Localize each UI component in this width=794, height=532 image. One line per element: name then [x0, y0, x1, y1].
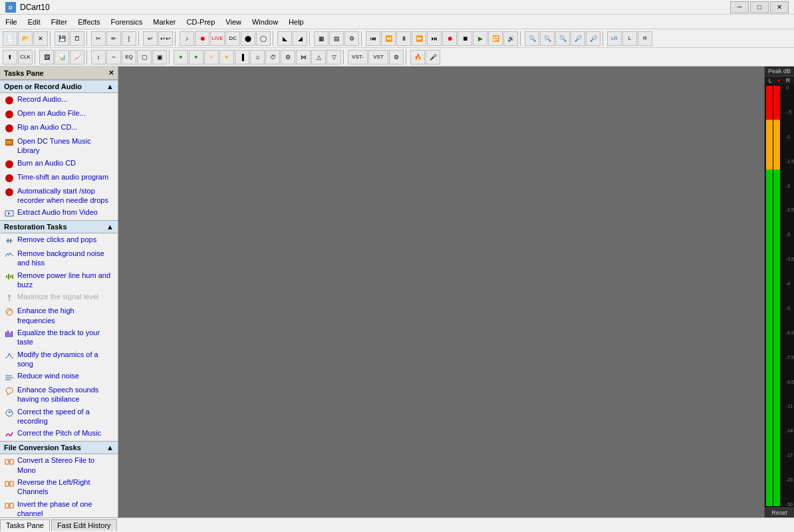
- tb-live[interactable]: LIVE: [210, 31, 225, 46]
- tb-open[interactable]: 📂: [18, 31, 33, 46]
- tb-l[interactable]: L: [622, 31, 637, 46]
- maximize-button[interactable]: □: [750, 1, 769, 13]
- task-maximize-signal[interactable]: Maximize the signal level: [0, 291, 118, 305]
- tb2-vstset[interactable]: ⚙: [389, 50, 404, 65]
- tb2-sel[interactable]: ▢: [137, 50, 152, 65]
- tb-fade-out[interactable]: ◢: [293, 31, 307, 46]
- tb-marker[interactable]: |: [122, 31, 136, 46]
- tb2-clock[interactable]: ⏱: [265, 50, 280, 65]
- task-enhance-speech[interactable]: Enhance Speech sounds having no sibilanc…: [0, 384, 118, 406]
- tb-saveas[interactable]: 🗒: [70, 31, 84, 46]
- task-invert-phase[interactable]: Invert the phase of one channel: [0, 498, 118, 517]
- menu-effects[interactable]: Effects: [72, 17, 105, 27]
- task-correct-pitch[interactable]: Correct the Pitch of Music: [0, 427, 118, 441]
- tb-select-all[interactable]: ▦: [314, 31, 329, 46]
- tb-new[interactable]: 📄: [3, 31, 17, 46]
- menu-forensics[interactable]: Forensics: [106, 17, 148, 27]
- vu-reset-button[interactable]: Reset: [765, 507, 794, 517]
- tb-silence[interactable]: ◯: [256, 31, 271, 46]
- task-remove-clicks[interactable]: Remove clicks and pops: [0, 233, 118, 247]
- tb2-mix[interactable]: ⋈: [296, 50, 311, 65]
- tb-record[interactable]: ⏺: [442, 31, 457, 46]
- tb-music[interactable]: ♪: [180, 31, 194, 46]
- menu-marker[interactable]: Marker: [148, 17, 181, 27]
- tb-close[interactable]: ✕: [33, 31, 48, 46]
- tb-undo2[interactable]: ↩↩: [158, 31, 173, 46]
- task-burn-cd[interactable]: Burn an Audio CD: [0, 157, 118, 171]
- task-enhance-high-freq[interactable]: Enhance the high frequencies: [0, 305, 118, 327]
- task-remove-hum[interactable]: Remove power line hum and buzz: [0, 269, 118, 291]
- task-reduce-wind[interactable]: Reduce wind noise: [0, 370, 118, 384]
- tb2-needle[interactable]: ⬆: [3, 50, 17, 65]
- menu-filter[interactable]: Filter: [46, 17, 72, 27]
- tb2-click[interactable]: CLK: [18, 50, 33, 65]
- task-open-audio-file[interactable]: Open an Audio File...: [0, 107, 118, 121]
- tb-next[interactable]: ⏩: [412, 31, 426, 46]
- tb-pause[interactable]: ⏸: [396, 31, 411, 46]
- task-reverse-channels[interactable]: Reverse the Left/Right Channels: [0, 476, 118, 498]
- tb2-noise[interactable]: ▽: [327, 50, 341, 65]
- tab-fast-edit[interactable]: Fast Edit History: [51, 519, 117, 531]
- task-equalize[interactable]: Equalize the track to your taste: [0, 327, 118, 348]
- tb-fade-in[interactable]: ◣: [277, 31, 292, 46]
- tb-undo[interactable]: ↩: [143, 31, 158, 46]
- tb2-img1[interactable]: 🖼: [39, 50, 54, 65]
- tb2-burn[interactable]: 🔥: [410, 50, 425, 65]
- tb2-wave[interactable]: ~: [106, 50, 121, 65]
- tb-zoom4[interactable]: 🔎: [571, 31, 585, 46]
- tb-play[interactable]: ▶: [473, 31, 487, 46]
- tb2-pitch[interactable]: △: [311, 50, 326, 65]
- task-rip-cd[interactable]: Rip an Audio CD...: [0, 121, 118, 135]
- task-correct-speed[interactable]: Correct the speed of a recording: [0, 406, 118, 428]
- tb2-bar[interactable]: 📊: [55, 50, 69, 65]
- tb2-vst2[interactable]: VST: [368, 50, 388, 65]
- tb2-arrow1[interactable]: ↕: [91, 50, 106, 65]
- tb-lr[interactable]: LR: [607, 31, 622, 46]
- tb-select[interactable]: ▤: [329, 31, 344, 46]
- tb-gear[interactable]: ⚙: [344, 31, 359, 46]
- menu-help[interactable]: Help: [283, 17, 309, 27]
- tb-zoom1[interactable]: 🔍: [525, 31, 539, 46]
- tasks-pane-close[interactable]: ✕: [108, 69, 114, 76]
- tb-zoom5[interactable]: 🔎: [586, 31, 600, 46]
- tb2-vol[interactable]: ♫: [250, 50, 265, 65]
- tb2-restore3[interactable]: ✧: [204, 50, 219, 65]
- section-restoration[interactable]: Restoration Tasks ▲: [0, 220, 118, 233]
- section-open-record[interactable]: Open or Record Audio ▲: [0, 80, 118, 93]
- tb2-mic[interactable]: 🎤: [426, 50, 440, 65]
- tb2-restore4[interactable]: ✦: [219, 50, 234, 65]
- tb-scissors[interactable]: ✂: [91, 31, 106, 46]
- tb-circle[interactable]: ⬤: [241, 31, 255, 46]
- task-auto-record[interactable]: Automatically start /stop recorder when …: [0, 185, 118, 207]
- tb-skip-start[interactable]: ⏮: [366, 31, 380, 46]
- tb-loop[interactable]: 🔁: [488, 31, 503, 46]
- task-record-audio[interactable]: Record Audio...: [0, 93, 118, 107]
- menu-edit[interactable]: Edit: [23, 17, 46, 27]
- menu-window[interactable]: Window: [247, 17, 283, 27]
- tb-stop[interactable]: ⏹: [458, 31, 472, 46]
- tb-prev[interactable]: ⏪: [381, 31, 396, 46]
- tb-speaker[interactable]: 🔊: [503, 31, 518, 46]
- task-stereo-to-mono[interactable]: Convert a Stereo File to Mono: [0, 454, 118, 476]
- tb2-view[interactable]: ▣: [152, 50, 167, 65]
- section-file-conversion[interactable]: File Conversion Tasks ▲: [0, 441, 118, 454]
- tb2-spec[interactable]: 📈: [70, 50, 84, 65]
- tb-dc[interactable]: DC: [225, 31, 240, 46]
- task-extract-video[interactable]: Extract Audio from Video: [0, 206, 118, 220]
- menu-view[interactable]: View: [220, 17, 247, 27]
- tb2-restore1[interactable]: ✦: [174, 50, 188, 65]
- task-timeshift[interactable]: Time-shift an audio program: [0, 171, 118, 185]
- menu-file[interactable]: File: [0, 17, 23, 27]
- minimize-button[interactable]: ─: [730, 1, 749, 13]
- tb-save[interactable]: 💾: [55, 31, 69, 46]
- task-dc-tunes[interactable]: DC Open DC Tunes Music Library: [0, 135, 118, 157]
- tb-r[interactable]: R: [638, 31, 652, 46]
- tb2-settings[interactable]: ⚙: [281, 50, 295, 65]
- tb-zoom3[interactable]: 🔍: [555, 31, 570, 46]
- tb-rec[interactable]: ⏺: [195, 31, 209, 46]
- tb2-eq[interactable]: EQ: [122, 50, 136, 65]
- tb-pencil[interactable]: ✏: [106, 31, 121, 46]
- tab-tasks-pane[interactable]: Tasks Pane: [0, 519, 50, 531]
- close-button[interactable]: ✕: [770, 1, 789, 13]
- tb2-vst1[interactable]: VST-: [348, 50, 368, 65]
